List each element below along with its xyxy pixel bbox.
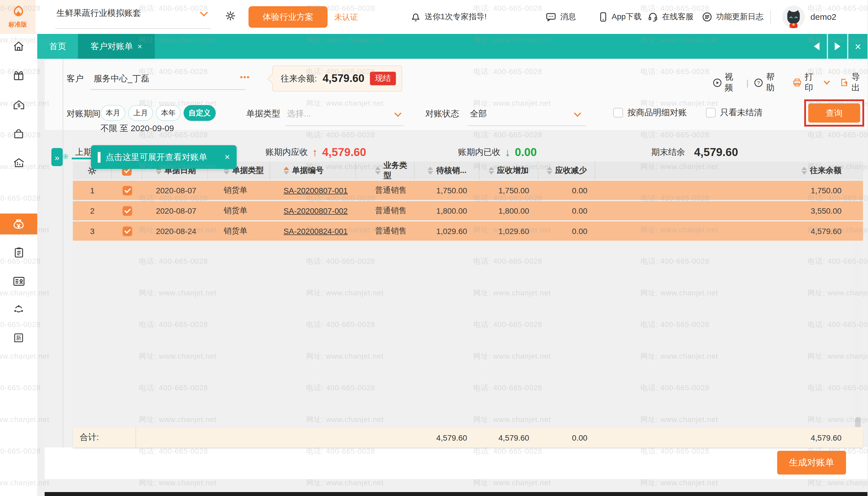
balance-callout: 往来余额: 4,579.60 现结 — [272, 65, 402, 92]
tab-scroll-right-button[interactable] — [827, 34, 847, 59]
sidebar-item-share[interactable] — [0, 299, 37, 320]
account-switcher[interactable]: 生鲜果蔬行业模拟账套 — [57, 8, 211, 19]
sidebar-item-contacts[interactable] — [0, 270, 37, 292]
period-pill[interactable]: 本年 — [156, 105, 181, 121]
document-link[interactable]: SA-20200807-002 — [283, 206, 348, 215]
username[interactable]: demo2 — [810, 12, 836, 21]
statement-table: 单据日期单据类型单据编号业务类型待核销...应收增加应收减少往来余额12020-… — [73, 162, 863, 241]
expert-promo[interactable]: 送你1次专家指导! — [411, 0, 487, 34]
trial-plan-button[interactable]: 体验行业方案 — [248, 6, 328, 28]
brand-logo[interactable]: 标准版 — [0, 0, 36, 34]
cell-pending: 1,800.00 — [414, 201, 479, 220]
export-button[interactable]: 导出 — [839, 72, 867, 93]
cell-biz: 普通销售 — [356, 201, 414, 220]
cell-type: 销货单 — [208, 201, 270, 220]
total-balance: 4,579.60 — [778, 433, 863, 442]
sidebar-item-warehouse[interactable] — [0, 152, 37, 173]
messages-menu[interactable]: 消息 — [546, 0, 576, 34]
collapsed-panel-divider — [63, 59, 63, 477]
sidebar-item-home[interactable] — [0, 36, 37, 57]
sidebar-item-new-features[interactable]: 新 — [0, 327, 37, 348]
tabs-close-all-button[interactable]: × — [847, 34, 867, 59]
changelog-menu[interactable]: 功能更新日志 — [702, 0, 764, 34]
row-checkbox[interactable] — [122, 186, 132, 195]
table-row[interactable]: 12020-08-07销货单SA-20200807-001普通销售1,750.0… — [73, 181, 863, 200]
sort-arrows-icon[interactable] — [489, 167, 494, 175]
generate-statement-button[interactable]: 生成对账单 — [777, 451, 846, 475]
help-button[interactable]: ? 帮助 — [754, 72, 782, 93]
cert-status[interactable]: 未认证 — [334, 13, 358, 22]
column-header-biz[interactable]: 业务类型 — [356, 162, 414, 180]
cell-type: 销货单 — [208, 221, 270, 241]
sidebar-item-inventory[interactable] — [0, 242, 37, 263]
online-service-menu[interactable]: 在线客服 — [648, 0, 694, 34]
doc-type-label: 单据类型 — [247, 109, 280, 119]
home-icon — [13, 40, 25, 52]
table-row[interactable]: 22020-08-07销货单SA-20200807-002普通销售1,800.0… — [73, 201, 863, 220]
document-link[interactable]: SA-20200824-001 — [283, 227, 348, 236]
column-header-pending[interactable]: 待核销... — [414, 162, 479, 180]
column-header-balance[interactable]: 往来余额 — [778, 162, 863, 180]
sort-arrows-icon[interactable] — [283, 167, 289, 175]
balance-label: 往来余额: — [281, 73, 317, 84]
customer-field[interactable]: 服务中心_丁磊 — [94, 74, 149, 84]
row-checkbox[interactable] — [122, 227, 132, 236]
print-button[interactable]: 打印 — [792, 72, 830, 93]
sidebar-item-gift[interactable] — [0, 65, 37, 87]
sidebar-item-sales[interactable]: $ — [0, 94, 37, 116]
row-checkbox[interactable] — [122, 206, 132, 216]
cell-date: 2020-08-07 — [142, 201, 208, 220]
column-header-decrease[interactable]: 应收减少 — [538, 162, 595, 180]
doc-type-select[interactable]: 选择... — [287, 109, 311, 119]
play-circle-icon — [713, 78, 722, 87]
table-row[interactable]: 32020-08-24销货单SA-20200824-001普通销售1,029.6… — [73, 221, 863, 241]
cell-biz: 普通销售 — [356, 181, 414, 200]
sort-arrows-icon[interactable] — [547, 167, 552, 175]
funds-moneybag-icon — [12, 218, 26, 231]
sort-arrows-icon[interactable] — [801, 167, 807, 175]
column-header-no[interactable]: 单据编号 — [270, 162, 356, 180]
tab-close-icon[interactable]: × — [138, 42, 142, 51]
tab-customer-statement[interactable]: 客户对账单 × — [78, 34, 155, 59]
sort-arrows-icon[interactable] — [428, 167, 433, 175]
period-range[interactable]: 不限 至 2020-09-09 — [100, 123, 174, 134]
sidebar-item-purchase[interactable] — [0, 123, 37, 145]
question-circle-icon: ? — [754, 78, 763, 87]
erp-app: 标准版 生鲜果蔬行业模拟账套 体验行业方案 未认证 送你1次专家指导! — [0, 0, 867, 496]
phone-icon — [599, 12, 608, 22]
tooltip-anchor-dot — [63, 154, 68, 159]
query-button[interactable]: 查询 — [808, 104, 860, 123]
account-name: 生鲜果蔬行业模拟账套 — [57, 8, 141, 17]
document-link[interactable]: SA-20200807-001 — [283, 186, 348, 195]
period-pill[interactable]: 本月 — [100, 105, 125, 121]
tab-scroll-left-button[interactable] — [806, 34, 827, 59]
column-header-increase[interactable]: 应收增加 — [479, 162, 538, 180]
status-select[interactable]: 全部 — [470, 109, 487, 119]
triangle-right-icon — [835, 42, 840, 50]
app-download-label: App下载 — [612, 12, 642, 22]
window-bottom-edge — [0, 492, 867, 496]
column-header-filler[interactable] — [595, 162, 778, 180]
total-pending: 4,579.60 — [414, 433, 479, 442]
video-button[interactable]: 视频 — [713, 72, 741, 93]
avatar[interactable] — [782, 6, 805, 28]
new-feature-icon: 新 — [13, 331, 25, 344]
customer-label: 客户 — [67, 74, 84, 84]
sort-arrows-icon[interactable] — [375, 167, 381, 175]
app-download-menu[interactable]: App下载 — [599, 0, 642, 34]
cell-date: 2020-08-07 — [142, 181, 208, 200]
settings-gear-icon[interactable] — [225, 10, 236, 21]
period-pill[interactable]: 自定义 — [184, 105, 216, 121]
cell-check — [112, 221, 142, 241]
customer-more-ellipsis[interactable]: ••• — [240, 72, 250, 81]
sidebar-item-funds[interactable] — [0, 214, 37, 235]
tab-home[interactable]: 首页 — [37, 34, 78, 59]
cash-settle-badge: 现结 — [370, 72, 396, 86]
sidebar-scrollbar[interactable] — [37, 59, 45, 496]
expand-panel-button[interactable]: » — [51, 148, 63, 166]
unsettled-only-checkbox[interactable]: 只看未结清 — [706, 107, 763, 118]
tooltip-close-icon[interactable]: × — [225, 152, 230, 162]
detail-reconcile-checkbox[interactable]: 按商品明细对账 — [613, 107, 687, 118]
expert-promo-label: 送你1次专家指导! — [425, 12, 487, 22]
period-pill[interactable]: 上月 — [128, 105, 153, 121]
